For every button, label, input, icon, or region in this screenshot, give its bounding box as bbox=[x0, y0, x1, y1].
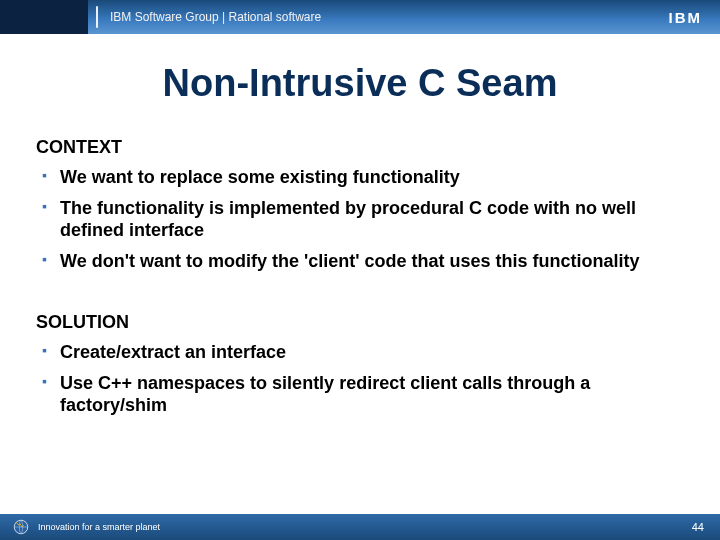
footer-tagline: Innovation for a smarter planet bbox=[38, 522, 692, 532]
slide-title: Non-Intrusive C Seam bbox=[0, 62, 720, 105]
header-left-block bbox=[0, 0, 88, 34]
list-item: We want to replace some existing functio… bbox=[42, 166, 684, 189]
solution-list: Create/extract an interface Use C++ name… bbox=[36, 341, 684, 417]
header-divider bbox=[96, 6, 98, 28]
list-item: We don't want to modify the 'client' cod… bbox=[42, 250, 684, 273]
globe-icon bbox=[12, 518, 30, 536]
section-heading-solution: SOLUTION bbox=[36, 312, 684, 333]
section-heading-context: CONTEXT bbox=[36, 137, 684, 158]
page-number: 44 bbox=[692, 521, 704, 533]
footer-bar: Innovation for a smarter planet 44 bbox=[0, 514, 720, 540]
slide: IBM Software Group | Rational software I… bbox=[0, 0, 720, 540]
header-title: IBM Software Group | Rational software bbox=[110, 10, 321, 24]
header-bar: IBM Software Group | Rational software I… bbox=[0, 0, 720, 34]
ibm-logo: IBM bbox=[669, 9, 703, 26]
list-item: The functionality is implemented by proc… bbox=[42, 197, 684, 242]
list-item: Use C++ namespaces to silently redirect … bbox=[42, 372, 684, 417]
logo-text: IBM bbox=[669, 9, 703, 26]
slide-body: CONTEXT We want to replace some existing… bbox=[0, 133, 720, 540]
list-item: Create/extract an interface bbox=[42, 341, 684, 364]
context-list: We want to replace some existing functio… bbox=[36, 166, 684, 272]
